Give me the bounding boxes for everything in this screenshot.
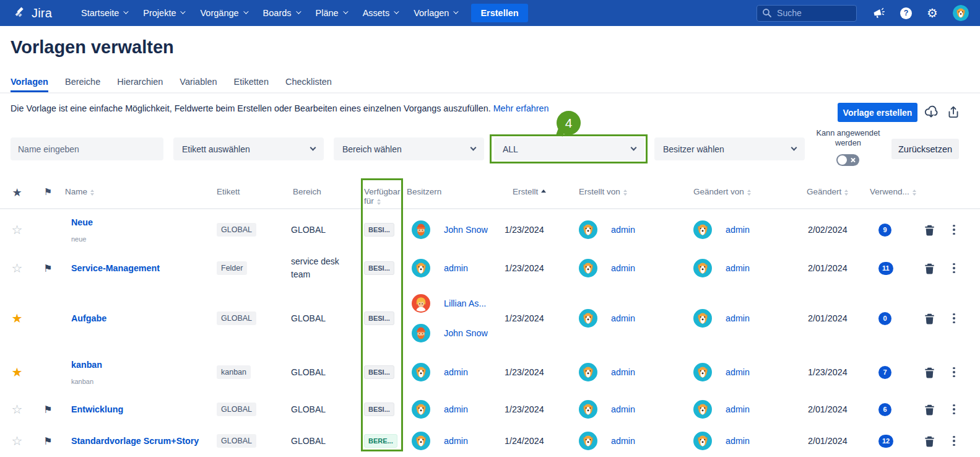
more-actions-button[interactable]: [950, 262, 958, 275]
more-actions-button[interactable]: [950, 224, 958, 237]
template-subtitle: kanban: [71, 378, 210, 385]
star-icon[interactable]: ☆: [12, 261, 23, 275]
create-button[interactable]: Erstellen: [471, 4, 527, 22]
template-name-link[interactable]: kanban: [71, 360, 210, 370]
star-icon[interactable]: ☆: [12, 223, 23, 237]
owner-link[interactable]: admin: [444, 436, 468, 446]
delete-button[interactable]: [924, 435, 935, 447]
created-by-link[interactable]: admin: [611, 436, 635, 446]
tab-checklisten[interactable]: Checklisten: [285, 73, 332, 92]
column-header-besitzern[interactable]: Besitzern: [405, 187, 498, 196]
scope-filter-select[interactable]: Bereich wählen: [334, 137, 484, 160]
modified-by-link[interactable]: admin: [726, 367, 750, 377]
delete-button[interactable]: [924, 367, 935, 378]
share-icon[interactable]: [946, 105, 961, 120]
nav-item-projekte[interactable]: Projekte: [135, 0, 192, 26]
modified-by-link[interactable]: admin: [726, 436, 750, 446]
usage-count-badge[interactable]: 0: [878, 312, 891, 325]
usage-count-badge[interactable]: 6: [878, 403, 891, 416]
nav-item-vorlagen[interactable]: Vorlagen: [405, 0, 465, 26]
usage-count-badge[interactable]: 9: [878, 224, 891, 237]
admin-avatar: [579, 309, 597, 328]
nav-item-assets[interactable]: Assets: [355, 0, 406, 26]
star-icon-filled[interactable]: ★: [12, 311, 23, 325]
usage-count-badge[interactable]: 7: [878, 366, 891, 379]
usage-count-badge[interactable]: 12: [878, 435, 893, 448]
tab-etiketten[interactable]: Etiketten: [234, 73, 269, 92]
flag-column-header-icon[interactable]: ⚑: [44, 187, 52, 196]
nav-item-vorgaenge[interactable]: Vorgänge: [192, 0, 254, 26]
announcements-button[interactable]: [872, 6, 885, 20]
create-template-button[interactable]: Vorlage erstellen: [838, 103, 917, 122]
star-icon-filled[interactable]: ★: [12, 365, 23, 379]
jira-logo[interactable]: Jira: [12, 6, 52, 20]
owner-link[interactable]: Lillian As...: [444, 298, 486, 308]
sort-icon: [90, 189, 94, 196]
created-by-link[interactable]: admin: [611, 404, 635, 414]
modified-by-link[interactable]: admin: [726, 225, 750, 235]
column-header-erstellt-von[interactable]: Erstellt von: [573, 187, 687, 196]
more-actions-button[interactable]: [950, 366, 958, 379]
star-column-header-icon[interactable]: ★: [12, 187, 22, 198]
owner-link[interactable]: John Snow: [444, 328, 488, 338]
column-header-geaendert[interactable]: Geändert: [802, 187, 864, 196]
column-header-etikett[interactable]: Etikett: [210, 187, 285, 196]
can-apply-toggle[interactable]: [836, 154, 859, 166]
admin-avatar: [579, 259, 597, 277]
delete-button[interactable]: [924, 224, 935, 236]
modified-by-link[interactable]: admin: [726, 263, 750, 273]
tab-variablen[interactable]: Variablen: [180, 73, 217, 92]
created-by-link[interactable]: admin: [611, 313, 635, 323]
owner-link[interactable]: admin: [444, 404, 468, 414]
column-header-geaendert-von[interactable]: Geändert von: [687, 187, 802, 196]
trash-icon: [924, 435, 935, 447]
template-name-link[interactable]: Neue: [71, 217, 210, 227]
owner-link[interactable]: admin: [444, 367, 468, 377]
column-header-bereich[interactable]: Bereich: [285, 187, 353, 196]
owner-link[interactable]: John Snow: [444, 225, 488, 235]
usage-count-badge[interactable]: 11: [878, 262, 893, 275]
template-name-link[interactable]: Entwicklung: [71, 404, 210, 414]
delete-button[interactable]: [924, 263, 935, 274]
owner-link[interactable]: admin: [444, 263, 468, 273]
column-header-verwendung[interactable]: Verwend...: [864, 187, 916, 196]
reset-filters-button[interactable]: Zurücksetzen: [891, 139, 959, 159]
label-filter-select[interactable]: Etikett auswählen: [173, 137, 324, 160]
modified-by-link[interactable]: admin: [726, 313, 750, 323]
nav-item-boards[interactable]: Boards: [255, 0, 308, 26]
tab-hierarchien[interactable]: Hierarchien: [117, 73, 163, 92]
tab-vorlagen[interactable]: Vorlagen: [11, 73, 48, 92]
nav-item-startseite[interactable]: Startseite: [73, 0, 135, 26]
created-by-link[interactable]: admin: [611, 225, 635, 235]
settings-button[interactable]: ⚙: [927, 7, 938, 19]
delete-button[interactable]: [924, 404, 935, 416]
created-by-link[interactable]: admin: [611, 263, 635, 273]
learn-more-link[interactable]: Mehr erfahren: [493, 103, 549, 113]
admin-avatar: [693, 363, 712, 381]
more-actions-button[interactable]: [950, 312, 958, 325]
template-name-link[interactable]: Standardvorlage Scrum+Story: [71, 436, 210, 446]
available-for-filter-select[interactable]: ALL: [494, 137, 644, 160]
star-icon[interactable]: ☆: [12, 434, 23, 448]
owner-filter-select[interactable]: Besitzer wählen: [654, 137, 805, 160]
more-actions-button[interactable]: [950, 435, 958, 448]
column-header-erstellt[interactable]: Erstellt: [498, 187, 573, 196]
modified-by-link[interactable]: admin: [726, 404, 750, 414]
tab-bereiche[interactable]: Bereiche: [65, 73, 100, 92]
name-filter-input[interactable]: [11, 137, 163, 160]
template-name-link[interactable]: Aufgabe: [71, 313, 210, 323]
template-name-link[interactable]: Service-Management: [71, 263, 210, 273]
star-icon[interactable]: ☆: [12, 403, 23, 416]
nav-item-plaene[interactable]: Pläne: [308, 0, 355, 26]
cloud-download-icon[interactable]: [924, 105, 939, 120]
created-by-link[interactable]: admin: [611, 367, 635, 377]
label-badge: Felder: [217, 261, 247, 275]
delete-button[interactable]: [924, 313, 935, 324]
user-avatar[interactable]: [953, 5, 969, 21]
annotation-step-badge: 4: [557, 111, 581, 135]
available-for-badge: BESI...: [364, 403, 394, 416]
help-button[interactable]: ?: [900, 7, 912, 19]
column-header-name[interactable]: Name: [62, 187, 210, 196]
column-header-verfuegbar-fuer[interactable]: Verfügbar für: [353, 187, 405, 206]
more-actions-button[interactable]: [950, 403, 958, 416]
